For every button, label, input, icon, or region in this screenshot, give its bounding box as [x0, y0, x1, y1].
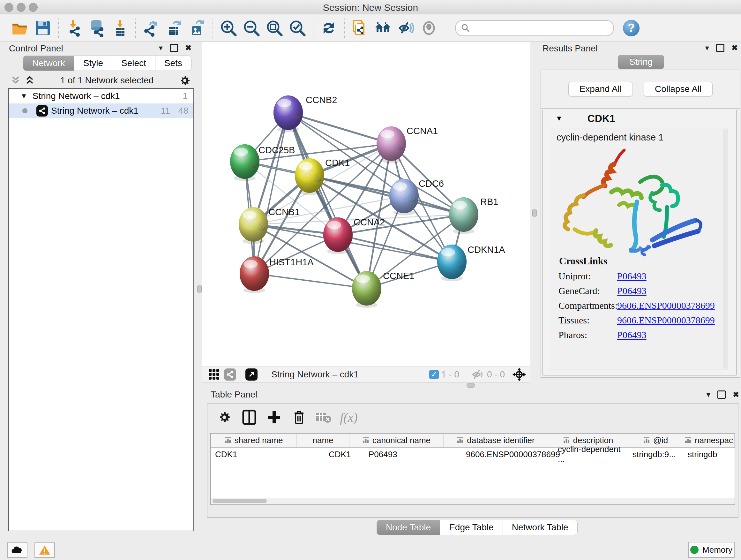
expand-all-icon[interactable]: [24, 76, 35, 85]
node-label: CDC6: [419, 179, 444, 189]
network-node-hist1h1a[interactable]: HIST1H1A: [240, 256, 314, 293]
string-actions-bar: Expand All Collapse All: [541, 70, 740, 109]
zoom-selected-icon[interactable]: [287, 18, 307, 38]
right-splitter-handle[interactable]: [532, 209, 537, 217]
column-header-at-id[interactable]: @id: [628, 434, 683, 447]
hide-show-icon[interactable]: [396, 18, 416, 38]
export-network-icon[interactable]: [141, 18, 161, 38]
network-edge[interactable]: [254, 113, 288, 273]
gear-icon[interactable]: [179, 74, 191, 86]
collapse-all-button[interactable]: Collapse All: [644, 82, 713, 97]
birds-eye-view-icon[interactable]: [246, 368, 258, 381]
tab-network-table[interactable]: Network Table: [503, 520, 578, 535]
column-header-name[interactable]: name: [297, 434, 349, 447]
search-field[interactable]: [455, 20, 614, 36]
import-database-icon[interactable]: [87, 18, 107, 38]
network-node-cdc6[interactable]: CDC6: [389, 179, 444, 215]
copy-network-icon[interactable]: [350, 18, 370, 38]
column-header-canonical-name[interactable]: canonical name: [349, 434, 444, 447]
hidden-eye-icon[interactable]: [472, 369, 484, 380]
close-panel-icon[interactable]: ✖: [733, 390, 739, 399]
bottom-splitter-handle[interactable]: [467, 383, 475, 388]
network-row[interactable]: String Network – cdk1 11 48: [9, 104, 193, 118]
network-node-ccne1[interactable]: CCNE1: [352, 271, 414, 308]
gene-header[interactable]: ▼ CDK1: [543, 110, 736, 127]
scrollbar-thumb[interactable]: [212, 499, 267, 503]
collection-expand-icon[interactable]: ▼: [20, 92, 27, 100]
table-settings-gear-icon[interactable]: [215, 408, 233, 426]
move-crosshair-icon[interactable]: [512, 367, 527, 382]
crosslink-label: Compartments:: [558, 300, 617, 311]
open-session-icon[interactable]: [10, 18, 30, 38]
selected-nodes-checkbox[interactable]: ✓: [429, 370, 439, 379]
tab-sets[interactable]: Sets: [155, 56, 192, 71]
crosslink-link[interactable]: P06493: [617, 271, 647, 282]
tab-string[interactable]: String: [618, 55, 664, 69]
export-table-icon[interactable]: [164, 18, 184, 38]
table-row[interactable]: CDK1 CDK1 P06493 9606.ENSP00000378699 cy…: [211, 448, 735, 461]
tab-network[interactable]: Network: [23, 56, 74, 71]
crosslink-row: Compartments: 9606.ENSP00000378699: [550, 298, 728, 313]
column-header-shared-name[interactable]: shared name: [211, 434, 297, 447]
help-icon[interactable]: ?: [623, 20, 639, 37]
float-panel-icon[interactable]: [718, 390, 726, 399]
import-table-icon[interactable]: [110, 18, 130, 38]
import-network-icon[interactable]: [64, 18, 84, 38]
expand-all-button[interactable]: Expand All: [568, 82, 633, 97]
tab-select[interactable]: Select: [112, 56, 155, 71]
crosslink-link[interactable]: 9606.ENSP00000378699: [617, 315, 715, 326]
grid-view-icon[interactable]: [208, 368, 220, 381]
show-columns-icon[interactable]: [240, 408, 258, 426]
table-horizontal-scrollbar[interactable]: [211, 498, 735, 504]
delete-table-icon: [315, 408, 333, 426]
refresh-icon[interactable]: [319, 18, 339, 38]
save-session-icon[interactable]: [33, 18, 53, 38]
network-node-rb1[interactable]: RB1: [449, 197, 498, 234]
network-status-dot: [22, 108, 27, 113]
column-header-database-identifier[interactable]: database identifier: [444, 434, 548, 447]
network-tree: ▼ String Network – cdk1 1 String Network…: [8, 88, 194, 531]
network-share-view-icon[interactable]: [224, 368, 236, 381]
column-header-namespace[interactable]: namespac: [683, 434, 735, 447]
create-column-icon[interactable]: [265, 408, 283, 426]
panel-menu-icon[interactable]: ▾: [706, 390, 711, 399]
node-label: RB1: [480, 197, 498, 207]
network-edge[interactable]: [288, 113, 391, 144]
tab-node-table[interactable]: Node Table: [377, 520, 440, 535]
memory-button[interactable]: Memory: [688, 542, 735, 558]
float-panel-icon[interactable]: [170, 44, 178, 52]
panel-menu-icon[interactable]: ▾: [159, 44, 163, 52]
zoom-in-icon[interactable]: [219, 18, 239, 38]
crosslink-link[interactable]: P06493: [617, 286, 647, 296]
panel-menu-icon[interactable]: ▾: [705, 44, 709, 52]
tab-style[interactable]: Style: [74, 56, 112, 71]
collapse-all-icon[interactable]: [10, 76, 21, 85]
close-panel-icon[interactable]: ✖: [185, 44, 192, 52]
search-input[interactable]: [474, 23, 609, 33]
network-node-ccnb2[interactable]: CCNB2: [273, 95, 337, 132]
network-collection-row[interactable]: ▼ String Network – cdk1 1: [9, 89, 193, 104]
node-label: CDK1: [325, 158, 350, 168]
network-node-cdkn1a[interactable]: CDKN1A: [437, 245, 505, 281]
left-splitter-handle[interactable]: [197, 285, 202, 293]
zoom-fit-icon[interactable]: [265, 18, 284, 38]
crosslink-link[interactable]: 9606.ENSP00000378699: [617, 300, 715, 311]
network-node-ccna1[interactable]: CCNA1: [377, 126, 438, 163]
close-panel-icon[interactable]: ✖: [731, 44, 738, 52]
warnings-button[interactable]: [35, 543, 55, 558]
home-neighbors-icon[interactable]: [373, 18, 393, 38]
export-image-icon[interactable]: [187, 18, 207, 38]
cell-description: cyclin-dependent ...: [548, 448, 628, 461]
delete-column-icon[interactable]: [290, 408, 308, 426]
crosslink-row: Uniprot: P06493: [550, 269, 728, 284]
network-canvas[interactable]: CCNB2CCNA1CDC25BCDK1CDC6RB1CCNB1CCNA2CDK…: [202, 42, 530, 367]
crosslink-link[interactable]: P06493: [617, 329, 647, 340]
node-table[interactable]: shared name name canonical name database…: [210, 433, 735, 505]
eye-sphere-icon[interactable]: [419, 18, 439, 38]
float-panel-icon[interactable]: [716, 44, 724, 52]
tab-edge-table[interactable]: Edge Table: [440, 520, 503, 535]
zoom-out-icon[interactable]: [242, 18, 261, 38]
gene-expand-icon[interactable]: ▼: [556, 114, 562, 123]
network-edge[interactable]: [254, 273, 367, 288]
cloud-status-button[interactable]: [7, 543, 27, 558]
